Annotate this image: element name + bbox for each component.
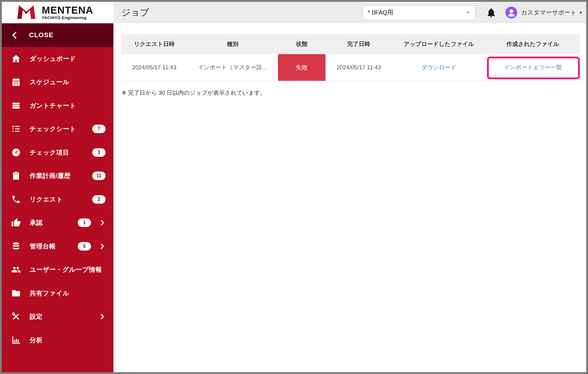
folder-icon xyxy=(11,288,21,298)
count-badge: 2 xyxy=(92,195,106,204)
column-header-type: 種別 xyxy=(188,34,278,54)
sidebar-item-label: 承認 xyxy=(30,218,43,227)
retention-note: ※ 完了日から 30 日以内のジョブが表示されています。 xyxy=(122,89,582,97)
jobs-table: リクエスト日時 種別 状態 完了日時 アップロードしたファイル 作成されたファイ… xyxy=(121,34,580,81)
cell-created-file: インポートエラー一覧 xyxy=(486,54,580,81)
gauge-icon xyxy=(11,147,21,158)
checklist-icon xyxy=(11,124,21,134)
cell-status: 失敗 xyxy=(278,54,325,81)
workspace-select[interactable]: * 0FAQ用 ▼ xyxy=(363,5,475,20)
main-area: ジョブ * 0FAQ用 ▼ カスタマーサポート ▼ xyxy=(113,2,586,372)
sidebar-item-settings[interactable]: 設定 xyxy=(2,305,113,329)
sidebar-item-approval[interactable]: 承認 1 xyxy=(2,211,113,235)
sidebar-item-gantt[interactable]: ガントチャート xyxy=(2,94,113,117)
sidebar-item-label: チェック項目 xyxy=(30,148,69,157)
cell-completed-datetime: 2024/05/17 11:43 xyxy=(325,54,392,81)
app-window: MENTENA YACHIYO Engineering CLOSE ダッシュボー… xyxy=(0,0,588,374)
calendar-icon xyxy=(11,77,21,87)
bar-chart-icon xyxy=(11,335,21,345)
sidebar-item-label: ダッシュボード xyxy=(30,54,76,63)
phone-icon xyxy=(11,194,21,205)
database-icon xyxy=(11,241,21,251)
import-error-list-link[interactable]: インポートエラー一覧 xyxy=(504,64,562,71)
sidebar-item-label: 管理台帳 xyxy=(30,242,56,251)
sidebar-item-label: 分析 xyxy=(30,336,43,344)
job-table-row: 2024/05/17 11:43 インポート（マスター設… 失敗 2024/05… xyxy=(121,54,580,81)
column-header-request-datetime: リクエスト日時 xyxy=(121,34,188,54)
count-badge: 7 xyxy=(92,125,106,133)
sidebar-collapse-button[interactable]: CLOSE xyxy=(2,23,113,47)
sidebar-item-label: 作業計画/履歴 xyxy=(30,172,70,180)
cell-job-type: インポート（マスター設… xyxy=(188,54,278,81)
clipboard-icon xyxy=(11,171,21,181)
cell-request-datetime: 2024/05/17 11:43 xyxy=(121,54,188,81)
brand-subtitle: YACHIYO Engineering xyxy=(42,15,93,20)
sidebar: MENTENA YACHIYO Engineering CLOSE ダッシュボー… xyxy=(2,2,113,372)
thumbs-up-icon xyxy=(11,218,21,228)
sidebar-item-label: リクエスト xyxy=(30,195,63,204)
count-badge: 3 xyxy=(92,148,106,157)
sidebar-item-request[interactable]: リクエスト 2 xyxy=(2,188,113,211)
column-header-completed-datetime: 完了日時 xyxy=(325,34,392,54)
chevron-right-icon xyxy=(99,219,106,226)
brand-logo: MENTENA YACHIYO Engineering xyxy=(2,2,113,23)
close-label: CLOSE xyxy=(29,31,54,39)
chevron-right-icon xyxy=(99,313,106,320)
users-icon xyxy=(11,264,21,275)
workspace-select-value: * 0FAQ用 xyxy=(368,8,393,17)
column-header-uploaded-file: アップロードしたファイル xyxy=(392,34,486,54)
tools-icon xyxy=(11,311,21,322)
page-header: ジョブ * 0FAQ用 ▼ カスタマーサポート ▼ xyxy=(113,2,586,23)
sidebar-item-label: 設定 xyxy=(30,312,43,321)
home-icon xyxy=(11,54,21,64)
chevron-down-icon[interactable]: ▼ xyxy=(579,11,583,15)
count-badge: 5 xyxy=(78,242,91,251)
chevron-left-icon xyxy=(11,31,18,39)
sidebar-item-checkitems[interactable]: チェック項目 3 xyxy=(2,141,113,164)
page-title: ジョブ xyxy=(121,6,149,19)
sidebar-item-schedule[interactable]: スケジュール xyxy=(2,71,113,94)
gantt-bars-icon xyxy=(11,100,21,111)
column-header-created-file: 作成されたファイル xyxy=(486,34,580,54)
sidebar-item-users-groups[interactable]: ユーザー・グループ情報 xyxy=(2,258,113,282)
user-menu[interactable]: カスタマーサポート xyxy=(521,8,577,17)
sidebar-item-label: チェックシート xyxy=(30,125,76,133)
sidebar-item-analytics[interactable]: 分析 xyxy=(2,328,113,352)
sidebar-item-label: ユーザー・グループ情報 xyxy=(30,265,102,274)
table-header-row: リクエスト日時 種別 状態 完了日時 アップロードしたファイル 作成されたファイ… xyxy=(121,34,580,54)
sidebar-nav: ダッシュボード スケジュール xyxy=(2,47,113,372)
sidebar-item-label: 共有ファイル xyxy=(30,289,69,297)
notifications-bell-button[interactable] xyxy=(486,7,496,18)
user-avatar[interactable] xyxy=(505,7,517,18)
column-header-status: 状態 xyxy=(278,34,325,54)
sidebar-item-ledger[interactable]: 管理台帳 5 xyxy=(2,235,113,258)
count-badge: 11 xyxy=(92,172,106,180)
mentena-logo-icon xyxy=(15,4,38,21)
cell-uploaded-file: ダウンロード xyxy=(392,54,486,81)
chevron-right-icon xyxy=(99,243,106,250)
sidebar-item-checksheet[interactable]: チェックシート 7 xyxy=(2,117,113,141)
sidebar-item-dashboard[interactable]: ダッシュボード xyxy=(2,47,113,71)
sidebar-item-label: ガントチャート xyxy=(30,101,76,110)
sidebar-item-label: スケジュール xyxy=(30,78,69,86)
jobs-page-content: リクエスト日時 種別 状態 完了日時 アップロードしたファイル 作成されたファイ… xyxy=(113,23,586,97)
download-link[interactable]: ダウンロード xyxy=(421,64,456,71)
count-badge: 1 xyxy=(78,218,91,227)
sidebar-item-shared-files[interactable]: 共有ファイル xyxy=(2,281,113,305)
header-controls: * 0FAQ用 ▼ カスタマーサポート ▼ xyxy=(363,5,583,20)
brand-name: MENTENA xyxy=(42,5,93,15)
status-failed-badge: 失敗 xyxy=(278,54,325,81)
chevron-down-icon: ▼ xyxy=(466,10,470,15)
sidebar-item-workplan-history[interactable]: 作業計画/履歴 11 xyxy=(2,164,113,188)
